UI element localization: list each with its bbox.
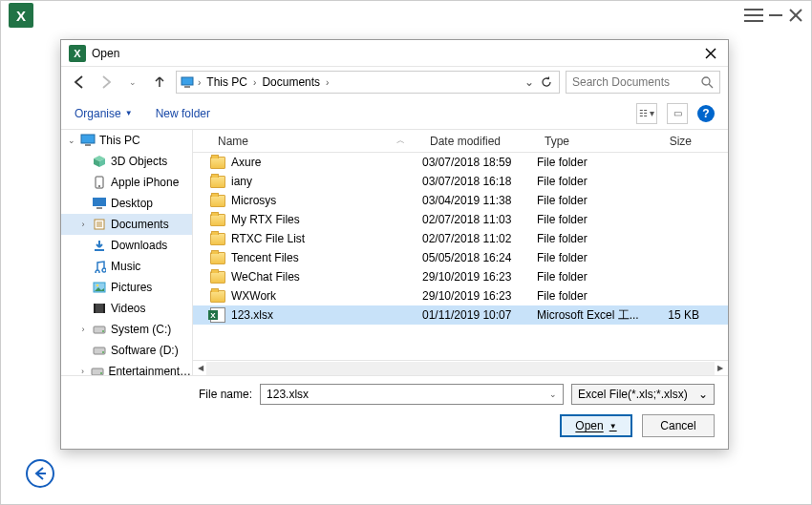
file-name: Microsys — [231, 194, 276, 207]
cancel-button[interactable]: Cancel — [642, 414, 715, 437]
list-header[interactable]: Name ︿ Date modified Type Size — [193, 130, 728, 153]
svg-point-27 — [102, 351, 104, 353]
tree-item-label: System (C:) — [111, 323, 171, 336]
scroll-left-icon[interactable]: ◀ — [195, 364, 206, 372]
chevron-down-icon[interactable]: ⌄ — [549, 389, 557, 399]
folder-icon — [210, 233, 225, 245]
file-name: My RTX Files — [231, 213, 300, 226]
tree-item-label: Videos — [111, 302, 145, 315]
file-type: File folder — [537, 232, 647, 245]
file-type-filter[interactable]: Excel File(*.xls;*.xlsx) ⌄ — [571, 384, 715, 405]
crumb-this-pc[interactable]: This PC — [204, 75, 249, 89]
tree-item[interactable]: ⌄This PC — [61, 130, 192, 151]
file-row[interactable]: WeChat Files29/10/2019 16:23File folder — [193, 267, 728, 286]
file-date: 03/07/2018 16:18 — [422, 175, 537, 188]
file-type: File folder — [537, 213, 647, 226]
svg-point-6 — [702, 77, 710, 85]
file-row[interactable]: My RTX Files02/07/2018 11:03File folder — [193, 210, 728, 229]
nav-up-icon[interactable] — [149, 72, 170, 93]
music-icon — [92, 260, 107, 273]
tree-item[interactable]: ›Documents — [61, 214, 192, 235]
column-size[interactable]: Size — [647, 135, 699, 148]
tree-item[interactable]: Videos — [61, 298, 192, 319]
dialog-titlebar: X Open — [61, 40, 728, 67]
sort-indicator-icon: ︿ — [396, 135, 405, 147]
tree-item[interactable]: ›System (C:) — [61, 319, 192, 340]
svg-point-29 — [100, 372, 102, 374]
close-icon[interactable] — [701, 46, 720, 61]
tree-item[interactable]: 3D Objects — [61, 151, 192, 172]
tree-item[interactable]: Software (D:) — [61, 340, 192, 361]
nav-forward-icon[interactable] — [96, 72, 117, 93]
file-type: File folder — [537, 194, 647, 207]
breadcrumb[interactable]: › This PC › Documents › ⌄ — [176, 71, 560, 94]
file-row[interactable]: iany03/07/2018 16:18File folder — [193, 172, 728, 191]
file-name: iany — [231, 175, 252, 188]
excel-dialog-icon: X — [69, 45, 86, 62]
nav-back-icon[interactable] — [69, 72, 90, 93]
tree-item-label: Downloads — [111, 239, 167, 252]
file-row[interactable]: Axure03/07/2018 18:59File folder — [193, 153, 728, 172]
preview-pane-button[interactable]: ▭ — [667, 103, 688, 124]
folder-tree[interactable]: ⌄This PC3D ObjectsApple iPhoneDesktop›Do… — [61, 130, 193, 375]
tree-item[interactable]: Apple iPhone — [61, 172, 192, 193]
refresh-icon[interactable] — [538, 76, 555, 88]
folder-icon — [210, 195, 225, 207]
svg-rect-22 — [94, 304, 96, 313]
menu-icon[interactable] — [744, 9, 763, 22]
file-row[interactable]: Microsys03/04/2019 11:38File folder — [193, 191, 728, 210]
cube-icon — [92, 155, 107, 168]
download-icon — [92, 239, 107, 252]
svg-rect-12 — [93, 198, 106, 206]
search-placeholder: Search Documents — [572, 75, 695, 89]
organise-toolbar: Organise ▼ New folder ☷ ▾ ▭ ? — [61, 97, 728, 130]
file-date: 02/07/2018 11:02 — [422, 232, 537, 245]
horizontal-scrollbar[interactable]: ◀ ▶ — [193, 360, 728, 375]
file-row[interactable]: WXWork29/10/2019 16:23File folder — [193, 286, 728, 305]
file-date: 29/10/2019 16:23 — [422, 289, 537, 303]
svg-rect-4 — [182, 77, 193, 85]
new-folder-button[interactable]: New folder — [156, 107, 210, 120]
dialog-footer: File name: 123.xlsx ⌄ Excel File(*.xls;*… — [61, 375, 728, 449]
column-type[interactable]: Type — [537, 135, 647, 148]
chevron-down-icon: ▼ — [125, 109, 133, 117]
file-row[interactable]: Tencent Files05/05/2018 16:24File folder — [193, 248, 728, 267]
tree-item[interactable]: Music — [61, 256, 192, 277]
excel-app-icon: X — [9, 3, 33, 28]
tree-item[interactable]: Pictures — [61, 277, 192, 298]
picture-icon — [92, 281, 107, 294]
minimize-icon[interactable] — [769, 14, 782, 16]
organise-button[interactable]: Organise ▼ — [75, 107, 133, 120]
tree-item[interactable]: Desktop — [61, 193, 192, 214]
file-row[interactable]: 123.xlsx01/11/2019 10:07Microsoft Excel … — [193, 305, 728, 325]
view-options-button[interactable]: ☷ ▾ — [636, 103, 657, 124]
svg-rect-8 — [81, 135, 95, 143]
file-type: File folder — [537, 270, 647, 284]
scroll-right-icon[interactable]: ▶ — [715, 364, 726, 372]
filename-input[interactable]: 123.xlsx ⌄ — [260, 384, 564, 405]
dialog-title-text: Open — [92, 47, 119, 60]
backstage-back-icon[interactable] — [26, 459, 54, 488]
file-date: 03/07/2018 18:59 — [422, 156, 537, 169]
file-date: 03/04/2019 11:38 — [422, 194, 537, 207]
column-date[interactable]: Date modified — [422, 135, 537, 148]
search-input[interactable]: Search Documents — [566, 71, 720, 94]
folder-icon — [210, 214, 225, 226]
tree-item[interactable]: ›Entertainment (E:) — [61, 361, 192, 375]
nav-recent-icon[interactable]: ⌄ — [122, 72, 143, 93]
open-dialog: X Open ⌄ › This PC › Documents › ⌄ — [60, 39, 729, 450]
chevron-down-icon[interactable]: ⌄ — [524, 75, 534, 89]
file-name: 123.xlsx — [231, 308, 273, 322]
column-name[interactable]: Name ︿ — [210, 135, 422, 148]
desktop-icon — [92, 197, 107, 210]
chevron-down-icon[interactable]: ⌄ — [698, 388, 708, 401]
open-button[interactable]: Open ▼ — [560, 414, 632, 437]
file-list: Name ︿ Date modified Type Size Axure03/0… — [193, 130, 728, 375]
tree-item[interactable]: Downloads — [61, 235, 192, 256]
svg-rect-23 — [103, 304, 105, 313]
close-app-icon[interactable] — [788, 8, 803, 23]
drive-icon — [92, 344, 107, 357]
help-icon[interactable]: ? — [697, 105, 715, 122]
crumb-documents[interactable]: Documents — [260, 75, 322, 89]
file-row[interactable]: RTXC File List02/07/2018 11:02File folde… — [193, 229, 728, 248]
